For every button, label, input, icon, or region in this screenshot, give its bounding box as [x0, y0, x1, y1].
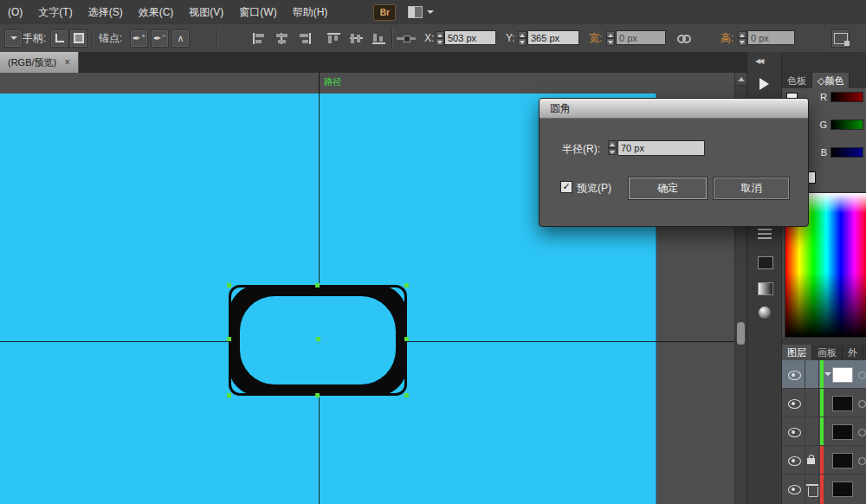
- selection-handle[interactable]: [404, 283, 409, 288]
- channel-r-slider[interactable]: [830, 92, 863, 102]
- center-point[interactable]: [316, 337, 320, 341]
- control-bar: 手柄: 锚点: ✒+ ✒− ∧ X: Y: 宽: 高:: [0, 24, 866, 53]
- menu-item-type[interactable]: 文字(T): [30, 5, 80, 20]
- align-bottom-button[interactable]: [372, 33, 385, 44]
- selection-handle[interactable]: [315, 283, 320, 288]
- close-icon[interactable]: ×: [64, 56, 70, 68]
- height-stepper[interactable]: [738, 31, 746, 46]
- layer-row[interactable]: [782, 446, 866, 475]
- menu-bar: (O) 文字(T) 选择(S) 效果(C) 视图(V) 窗口(W) 帮助(H) …: [0, 0, 866, 25]
- tab-layers[interactable]: 图层: [782, 345, 812, 360]
- visibility-toggle-icon[interactable]: [788, 485, 801, 494]
- layer-thumbnail[interactable]: [832, 453, 853, 468]
- corner-handle-icon: [55, 34, 64, 42]
- gradient-panel-icon[interactable]: [758, 282, 773, 295]
- channel-b-slider[interactable]: [830, 147, 863, 158]
- document-tab[interactable]: (RGB/预览) ×: [0, 52, 79, 73]
- tool-options-button[interactable]: [4, 29, 23, 48]
- trash-icon[interactable]: [808, 487, 818, 497]
- appearance-panel-icon[interactable]: [758, 256, 773, 269]
- visibility-toggle-icon[interactable]: [788, 456, 801, 466]
- cancel-button[interactable]: 取消: [713, 177, 790, 200]
- convert-anchor-icon: ∧: [177, 33, 184, 44]
- bounding-box-icon: [834, 33, 848, 44]
- symbols-panel-icon[interactable]: [759, 307, 771, 319]
- tab-color[interactable]: ◇颜色: [812, 73, 850, 88]
- dialog-title[interactable]: 圆角: [540, 99, 808, 119]
- layer-color-bar: [820, 360, 824, 388]
- radius-label: 半径(R):: [562, 142, 600, 157]
- panel-divider[interactable]: [782, 338, 866, 345]
- align-center-button[interactable]: [275, 33, 288, 44]
- transform-panel-button[interactable]: [831, 29, 850, 48]
- visibility-toggle-icon[interactable]: [788, 371, 801, 380]
- add-anchor-button[interactable]: ✒+: [130, 29, 148, 48]
- visibility-toggle-icon[interactable]: [788, 399, 801, 409]
- align-middle-button[interactable]: [350, 33, 363, 44]
- selection-handle[interactable]: [227, 337, 231, 341]
- selection-handle[interactable]: [404, 337, 409, 341]
- target-icon[interactable]: [858, 372, 866, 379]
- layer-row[interactable]: [782, 475, 866, 504]
- selection-handle[interactable]: [227, 283, 231, 288]
- rounded-rectangle-shape[interactable]: [229, 285, 407, 396]
- width-stepper[interactable]: [606, 31, 615, 46]
- layer-row[interactable]: [782, 360, 866, 389]
- target-icon[interactable]: [858, 400, 866, 408]
- remove-anchor-button[interactable]: ✒−: [151, 29, 169, 48]
- y-input[interactable]: [527, 30, 579, 45]
- align-top-button[interactable]: [327, 33, 340, 44]
- radius-stepper[interactable]: [608, 140, 617, 155]
- preview-checkbox[interactable]: ✓: [560, 181, 572, 193]
- link-dimensions-icon[interactable]: [677, 35, 690, 42]
- layer-thumbnail[interactable]: [832, 367, 853, 383]
- layer-row[interactable]: [782, 389, 866, 417]
- layer-row[interactable]: [782, 417, 866, 446]
- layer-thumbnail[interactable]: [832, 396, 853, 411]
- workspace-switcher-button[interactable]: [408, 6, 434, 18]
- radius-input[interactable]: [617, 140, 705, 156]
- target-icon[interactable]: [858, 457, 866, 465]
- panel-header: [782, 52, 866, 73]
- menu-item-select[interactable]: 选择(S): [81, 5, 131, 20]
- expand-panel-icon[interactable]: [759, 78, 769, 90]
- tab-artboards[interactable]: 画板: [812, 345, 843, 360]
- expand-caret-icon[interactable]: [824, 372, 831, 379]
- selection-handle[interactable]: [315, 393, 320, 397]
- scrollbar-thumb[interactable]: [737, 322, 745, 345]
- menu-item-window[interactable]: 窗口(W): [231, 5, 284, 20]
- bridge-icon[interactable]: Br: [373, 4, 396, 21]
- layer-thumbnail[interactable]: [832, 481, 853, 497]
- x-input[interactable]: [444, 30, 496, 45]
- scroll-up-button[interactable]: [735, 73, 747, 86]
- collapse-panels-icon[interactable]: ◀◀: [755, 57, 762, 65]
- convert-anchor-button[interactable]: ∧: [171, 29, 190, 48]
- visibility-toggle-icon[interactable]: [788, 428, 801, 437]
- width-input[interactable]: [616, 30, 666, 45]
- y-stepper[interactable]: [518, 31, 527, 46]
- menu-item-view[interactable]: 视图(V): [181, 5, 231, 20]
- align-left-button[interactable]: [253, 33, 266, 44]
- menu-item-effect[interactable]: 效果(C): [131, 5, 182, 20]
- selection-handle[interactable]: [404, 393, 409, 397]
- menu-item-object[interactable]: (O): [0, 6, 30, 18]
- handle-style-smooth-button[interactable]: [69, 29, 87, 48]
- x-stepper[interactable]: [436, 31, 444, 46]
- menu-item-help[interactable]: 帮助(H): [285, 5, 336, 20]
- selection-handle[interactable]: [227, 393, 231, 397]
- align-right-button[interactable]: [298, 33, 311, 44]
- pen-minus-icon: ✒−: [153, 32, 166, 44]
- panel-menu-icon[interactable]: [758, 229, 772, 230]
- lock-icon[interactable]: [807, 458, 815, 464]
- anchor-label: 锚点:: [99, 31, 122, 46]
- channel-g-slider[interactable]: [830, 120, 863, 130]
- tab-overflow[interactable]: 外: [843, 345, 863, 360]
- height-input[interactable]: [747, 30, 795, 45]
- tab-swatches[interactable]: 色板: [782, 73, 812, 88]
- layer-thumbnail[interactable]: [832, 424, 853, 440]
- reference-point-icon[interactable]: [397, 37, 416, 40]
- check-icon: ✓: [562, 181, 570, 191]
- handle-style-corner-button[interactable]: [50, 29, 68, 48]
- ok-button[interactable]: 确定: [628, 177, 708, 200]
- target-icon[interactable]: [858, 429, 866, 436]
